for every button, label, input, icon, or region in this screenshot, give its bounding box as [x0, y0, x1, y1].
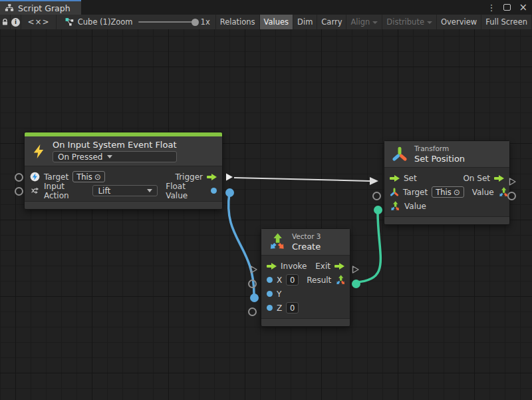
values-label: Values: [264, 17, 289, 27]
port-transform-target-in[interactable]: [372, 192, 381, 200]
value-out-port-label: Value: [472, 188, 494, 197]
port-event-inputaction-in[interactable]: [15, 187, 23, 196]
tab-bar: Script Graph ⋮ ×: [0, 0, 532, 15]
relations-label: Relations: [220, 17, 255, 27]
window-close-icon[interactable]: ×: [519, 3, 527, 13]
port-transform-onset-out[interactable]: [508, 177, 517, 186]
wire-arrowhead-icon: [370, 177, 378, 185]
input-action-value: Lift: [98, 186, 110, 196]
transform-node-header: Transform Set Position: [384, 141, 509, 168]
transform-target-value: This: [436, 188, 452, 197]
vector3-node-header: Vector 3 Create: [261, 229, 350, 256]
vector3-icon: [268, 233, 286, 251]
event-mode-dropdown[interactable]: On Pressed: [53, 151, 177, 162]
event-node-body: Target This Trigger: [25, 166, 222, 201]
zoom-control: Zoom 1x: [110, 17, 215, 27]
tab-script-graph[interactable]: Script Graph: [0, 0, 81, 15]
distribute-label: Distribute: [386, 17, 424, 27]
vector3-node-title: Create: [292, 242, 321, 252]
flow-arrow-icon: [267, 263, 277, 270]
port-vector3-result-out[interactable]: [352, 280, 360, 288]
transform-node-title: Set Position: [414, 154, 465, 164]
port-vector3-invoke-in[interactable]: [249, 265, 259, 274]
align-label: Align: [350, 17, 370, 27]
exit-port-label: Exit: [315, 262, 331, 271]
wire-floatvalue-to-y: [229, 193, 254, 294]
graph-canvas[interactable]: On Input System Event Float On Pressed T…: [0, 29, 532, 400]
x-value-field[interactable]: 0: [286, 274, 299, 286]
set-port-label: Set: [404, 174, 417, 183]
port-event-trigger-out[interactable]: [225, 172, 234, 182]
chevron-down-icon: [372, 21, 378, 24]
fullscreen-button[interactable]: Full Screen: [481, 15, 532, 29]
transform-icon: [391, 146, 408, 163]
node-vector3-create[interactable]: Vector 3 Create Invoke Exit X 0: [261, 228, 350, 327]
trigger-port-label: Trigger: [176, 172, 203, 182]
graph-context-cell: Cube (1) Zoom 1x: [57, 15, 216, 29]
values-button[interactable]: Values: [260, 15, 294, 29]
input-action-icon: [30, 186, 40, 196]
lightning-bolt-icon: [31, 144, 47, 159]
overview-label: Overview: [441, 17, 477, 27]
flow-arrow-icon: [207, 174, 217, 180]
z-port-dot: [267, 305, 273, 311]
transform-node-body: Set On Set Target This: [384, 168, 509, 216]
graph-toolbar: i <×> Cube (1) Zoom 1x Relations: [0, 15, 532, 29]
window-maximize-icon[interactable]: [503, 4, 511, 11]
transform-target-label: Target: [403, 188, 428, 197]
lock-button[interactable]: [0, 15, 11, 29]
value-in-port-label: Value: [404, 202, 426, 211]
carry-button[interactable]: Carry: [317, 15, 346, 29]
window-controls: ⋮ ×: [487, 0, 527, 15]
relations-button[interactable]: Relations: [216, 15, 260, 29]
align-button[interactable]: Align: [346, 15, 382, 29]
transform-target-field[interactable]: This: [432, 186, 464, 198]
dim-button[interactable]: Dim: [293, 15, 317, 29]
carry-label: Carry: [321, 17, 342, 27]
lock-icon: [1, 18, 9, 27]
z-port-label: Z: [277, 303, 282, 313]
node-transform-set-position[interactable]: Transform Set Position Set On Set: [384, 140, 510, 225]
transform-node-category: Transform: [414, 144, 465, 152]
port-transform-valueout[interactable]: [507, 192, 516, 200]
vector3-node-footer: [261, 318, 350, 326]
vector3-icon: [335, 275, 346, 286]
vector3-icon: [390, 201, 400, 212]
port-transform-value-in[interactable]: [374, 206, 382, 214]
port-vector3-x-in[interactable]: [248, 280, 257, 288]
dim-label: Dim: [297, 17, 313, 27]
fullscreen-label: Full Screen: [485, 17, 527, 27]
port-vector3-z-in[interactable]: [248, 307, 257, 316]
port-event-target-in[interactable]: [15, 173, 23, 182]
event-target-field[interactable]: This: [72, 171, 105, 182]
window-menu-icon[interactable]: ⋮: [487, 3, 495, 12]
tab-title: Script Graph: [18, 3, 70, 13]
input-action-dropdown[interactable]: Lift: [92, 185, 158, 196]
vector3-node-body: Invoke Exit X 0 Result: [261, 256, 350, 318]
unity-script-graph-window: Script Graph ⋮ × i <×>: [0, 0, 532, 400]
vector3-x-row: X 0 Result: [261, 273, 350, 287]
z-value: 0: [290, 303, 295, 313]
vector3-invoke-row: Invoke Exit: [261, 259, 350, 273]
zoom-value: 1x: [201, 17, 210, 27]
zoom-slider-handle[interactable]: [192, 19, 199, 26]
graph-reference-label[interactable]: Cube (1): [78, 17, 111, 27]
distribute-button[interactable]: Distribute: [382, 15, 437, 29]
overview-button[interactable]: Overview: [437, 15, 481, 29]
node-on-input-system-event-float[interactable]: On Input System Event Float On Pressed T…: [24, 132, 223, 210]
on-set-port-label: On Set: [463, 174, 490, 183]
flow-arrow-icon: [334, 263, 344, 270]
chevron-down-icon: [147, 189, 152, 192]
script-graph-icon: [5, 3, 14, 13]
event-node-title: On Input System Event Float: [53, 140, 177, 150]
port-vector3-exit-out[interactable]: [351, 265, 360, 274]
zoom-slider[interactable]: [138, 21, 196, 23]
float-value-port-label: Float Value: [166, 182, 207, 200]
float-value-port-dot: [211, 188, 217, 194]
port-vector3-y-in[interactable]: [250, 294, 259, 302]
inspector-button[interactable]: i: [11, 15, 21, 29]
code-icon: <×>: [27, 17, 49, 27]
port-event-floatvalue-out[interactable]: [225, 188, 234, 197]
z-value-field[interactable]: 0: [286, 302, 299, 313]
code-preview-button[interactable]: <×>: [21, 15, 57, 29]
